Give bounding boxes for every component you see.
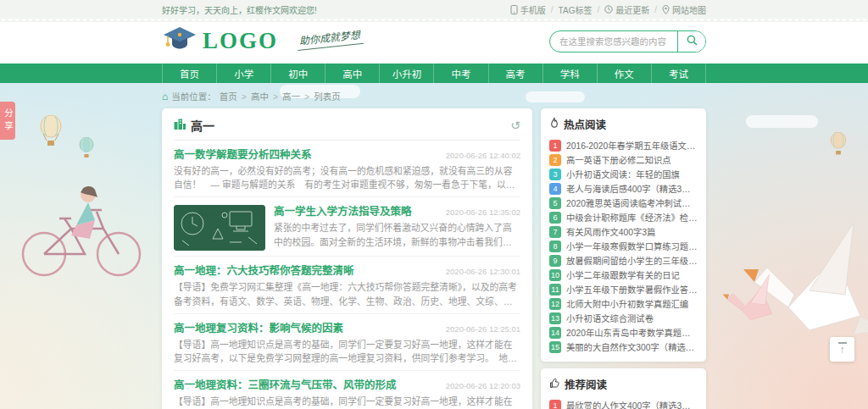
article-excerpt: 【导语】免费学习网汇集整理《高一地理：六大技巧帮你答题完整清晰》，以及的高考备考…: [174, 280, 520, 307]
nav-item-9[interactable]: 作文: [597, 64, 651, 83]
side-list-item[interactable]: 11小学五年级下册数学暑假作业答案【20-61: [549, 282, 698, 296]
nav-item-4[interactable]: 高中: [325, 64, 379, 83]
topbar-separator: /: [551, 5, 554, 14]
article-date: 2020-06-26 12:35:02: [446, 207, 520, 217]
rank-badge: 15: [549, 341, 561, 353]
page-title: 高一: [191, 117, 510, 134]
nav-item-2[interactable]: 小学: [216, 64, 270, 83]
side-list-item[interactable]: 3小升初语文阅读：年轻的国旗: [549, 167, 698, 181]
arrow-up-to-top-icon: ↑: [838, 342, 847, 356]
article-item: 高一数学解题要分析四种关系2020-06-26 12:40:02没有好的高一，必…: [174, 141, 520, 197]
breadcrumb-item-1[interactable]: 首页: [220, 90, 237, 102]
article-item: 高一地理复习资料：影响气候的因素2020-06-26 12:25:01【导语】高…: [174, 314, 520, 371]
article-title[interactable]: 高一地理复习资料：影响气候的因素: [174, 319, 343, 335]
topbar-separator: /: [654, 5, 657, 14]
side-list-item[interactable]: 52020雅思英语阅读临考冲刺试题附答案: [549, 196, 698, 210]
rank-badge: 14: [549, 327, 561, 339]
clock-icon: [604, 5, 613, 14]
map-pin-icon: [662, 5, 670, 14]
breadcrumb-item-4[interactable]: 列表页: [314, 90, 341, 102]
breadcrumb-trail: 首页>高中>高一>列表页: [220, 90, 341, 102]
topbar-separator: /: [597, 5, 599, 14]
article-title[interactable]: 高一地理：六大技巧帮你答题完整清晰: [174, 262, 354, 278]
article-date: 2020-06-26 12:30:01: [446, 267, 520, 276]
home-icon: ⌂: [162, 91, 168, 102]
breadcrumb: ⌂ 当前位置： 首页>高中>高一>列表页: [162, 90, 706, 102]
magnifier-icon: [687, 35, 698, 48]
side-list-item[interactable]: 10小学二年级跟数学有关的日记: [549, 268, 698, 282]
side-list-item[interactable]: 1最欣赏的人作文400字（精选3篇）: [549, 398, 698, 409]
article-title[interactable]: 高一地理资料：三圈环流与气压带、风带的形成: [174, 376, 397, 392]
side-list-item[interactable]: 9放暑假期间留给小学生的三年级英语作文范文: [549, 253, 698, 268]
rank-badge: 10: [549, 269, 561, 281]
side-list-item[interactable]: 13小升初语文综合测试卷: [549, 311, 698, 325]
article-title[interactable]: 高一数学解题要分析四种关系: [174, 146, 312, 162]
sitemap-link[interactable]: 网站地图: [662, 3, 706, 16]
recent-updates-link[interactable]: 最近更新: [604, 3, 649, 16]
hot-air-balloon-illustration: [829, 132, 848, 158]
side-item-title: 有关风雨作文400字3篇: [566, 225, 655, 238]
side-item-title: 小升初语文阅读：年轻的国旗: [566, 168, 680, 180]
hot-reading-title: 热点阅读: [564, 116, 606, 132]
side-item-title: 小学五年级下册数学暑假作业答案【20-61: [566, 283, 698, 296]
side-list-item[interactable]: 12016-2020年春学期五年级语文下期末模拟: [549, 138, 698, 152]
rank-badge: 3: [549, 169, 561, 180]
sidebar: 热点阅读 12016-2020年春学期五年级语文下期末模拟2高一英语下册必修二知…: [541, 108, 706, 409]
side-item-title: 美丽的大自然作文300字（精选3篇）: [566, 340, 698, 353]
recommend-reading-title: 推荐阅读: [565, 376, 607, 392]
article-excerpt: 【导语】高一地理知识点是高考的基础，同学们一定要复习好高一地理，这样才能在复习好…: [174, 338, 520, 365]
side-list-item[interactable]: 15美丽的大自然作文300字（精选3篇）: [549, 340, 698, 354]
nav-item-1[interactable]: 首页: [162, 64, 216, 83]
primary-nav-list: 首页小学初中高中小升初中考高考学科作文考试: [162, 64, 706, 83]
nav-item-5[interactable]: 小升初: [379, 64, 433, 83]
logo[interactable]: LOGO 助你成就梦想: [162, 25, 363, 58]
back-to-top-button[interactable]: ↑: [830, 337, 854, 362]
side-item-title: 2016-2020年春学期五年级语文下期末模拟: [566, 139, 698, 152]
side-list-item[interactable]: 4老人与海读后感400字（精选3篇）: [549, 181, 698, 196]
article-excerpt: 【导语】高一地理知识点是高考的基础，同学们一定要复习好高一地理，这样才能在复习好…: [174, 395, 520, 409]
nav-item-8[interactable]: 学科: [542, 64, 597, 83]
article-thumbnail-chalkboard-image[interactable]: [174, 205, 265, 251]
breadcrumb-item-3[interactable]: 高一: [282, 90, 300, 102]
side-list-item[interactable]: 7有关风雨作文400字3篇: [549, 224, 698, 239]
nav-item-7[interactable]: 高考: [488, 64, 542, 83]
search-input[interactable]: [550, 31, 677, 52]
side-list-item[interactable]: 142020年山东青岛中考数学真题（已公布）: [549, 325, 698, 340]
rank-badge: 1: [549, 140, 561, 152]
topbar-links: 手机版 / TAG标签 / 最近更新 / 网站地图: [510, 3, 706, 16]
article-title[interactable]: 高一学生入学方法指导及策略: [274, 202, 412, 218]
breadcrumb-item-2[interactable]: 高中: [251, 90, 269, 102]
breadcrumb-separator: >: [304, 91, 309, 102]
article-excerpt: 没有好的高一，必然没有好的高考；没有高一的危机感和紧迫感，就没有高三的从容自信！…: [174, 164, 520, 191]
logo-slogan: 助你成就梦想: [296, 26, 364, 51]
article-date: 2020-06-26 12:25:01: [446, 324, 520, 334]
rank-badge: 5: [549, 197, 561, 209]
undo-icon[interactable]: ↺: [510, 119, 520, 131]
side-item-title: 高一英语下册必修二知识点: [566, 153, 671, 166]
mobile-version-link[interactable]: 手机版: [510, 3, 546, 16]
rank-badge: 13: [549, 312, 561, 324]
article-excerpt: 紧张的中考过去了，同学们怀着激动又兴奋的心情跨入了高中的校园。面对全新的生活环境…: [274, 221, 520, 248]
search-box: [549, 30, 706, 53]
rank-badge: 12: [549, 298, 561, 310]
hot-list: 12016-2020年春学期五年级语文下期末模拟2高一英语下册必修二知识点3小升…: [549, 138, 698, 354]
side-list-item[interactable]: 8小学一年级寒假数学口算练习题三篇: [549, 239, 698, 253]
bicycle-girl-illustration: [10, 178, 154, 279]
share-button[interactable]: 分享: [0, 102, 15, 140]
side-list-item[interactable]: 12北师大附中小升初数学真题汇编: [549, 296, 698, 311]
breadcrumb-separator: >: [242, 91, 247, 102]
nav-item-3[interactable]: 初中: [270, 64, 325, 83]
side-list-item[interactable]: 6中级会计职称题库《经济法》检测题: [549, 210, 698, 224]
rank-badge: 6: [549, 212, 561, 224]
nav-item-6[interactable]: 中考: [433, 64, 487, 83]
article-date: 2020-06-26 12:40:02: [446, 151, 520, 160]
search-button[interactable]: [677, 31, 705, 52]
side-item-title: 小学二年级跟数学有关的日记: [566, 268, 680, 281]
nav-item-10[interactable]: 考试: [651, 64, 706, 83]
side-item-title: 老人与海读后感400字（精选3篇）: [566, 182, 698, 195]
article-item: 高一地理：六大技巧帮你答题完整清晰2020-06-26 12:30:01【导语】…: [174, 257, 520, 313]
side-list-item[interactable]: 2高一英语下册必修二知识点: [549, 152, 698, 167]
recommend-list: 1最欣赏的人作文400字（精选3篇）2关于感恩的中考满分作文600字: [549, 398, 698, 409]
topbar: 好好学习，天天向上，红樱作文网欢迎您! 手机版 / TAG标签 / 最近更新 /: [0, 0, 868, 19]
tag-link[interactable]: TAG标签: [559, 3, 593, 16]
